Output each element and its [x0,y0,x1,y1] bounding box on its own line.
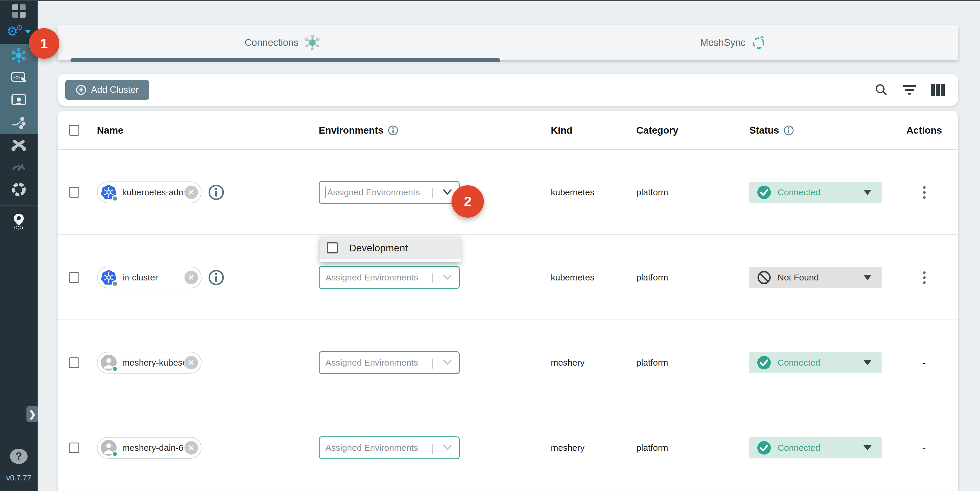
annotation-marker-1: 1 [29,28,59,59]
row-checkbox[interactable] [69,358,79,368]
connection-chip[interactable]: kubernetes-admin… ✕ [97,181,202,203]
remove-connection-icon[interactable]: ✕ [185,356,198,369]
select-divider [433,273,433,283]
row-status-cell: Connected [749,150,881,235]
header-kind[interactable]: Kind [551,111,572,150]
sidebar: ⚙⚙ <> [0,0,38,491]
row-checkbox[interactable] [69,187,79,198]
row-category-cell: platform [636,405,668,490]
row-environments-cell: Assigned Environments Development [319,150,460,235]
status-label: Not Found [778,273,819,283]
extensions-icon [11,181,27,197]
header-category[interactable]: Category [636,111,678,150]
select-all-checkbox[interactable] [69,125,79,136]
dashboard-icon [12,5,25,17]
plus-circle-icon [76,84,86,95]
status-badge[interactable]: Connected [749,182,881,203]
environments-select[interactable]: Assigned Environments [319,351,460,374]
text-cursor [326,186,326,198]
sidebar-expand-button[interactable]: ❯ [26,406,38,422]
adapters-icon: <> [11,71,27,85]
chevron-down-icon[interactable] [443,189,452,197]
sidebar-item-dashboard[interactable] [0,0,38,22]
configuration-icon [11,137,27,153]
columns-icon[interactable] [930,82,945,97]
tab-meshsync[interactable]: MeshSync [508,25,958,60]
info-icon[interactable] [388,125,399,136]
row-actions-cell: - [907,405,942,490]
environments-placeholder: Assigned Environments [326,443,418,453]
filter-icon[interactable] [902,82,917,97]
search-icon[interactable] [873,82,889,97]
status-badge[interactable]: Connected [749,352,881,373]
performance-icon [11,160,27,172]
connection-chip[interactable]: meshery-dain-6 ✕ [97,437,202,459]
row-status-cell: Not Found [749,235,881,320]
add-cluster-button[interactable]: Add Cluster [65,80,149,100]
connections-table: Name Environments Kind Category Status A… [57,111,958,491]
table-toolbar: Add Cluster [57,74,958,106]
chevron-down-icon[interactable] [443,359,452,367]
environments-placeholder: Assigned Environments [327,188,420,197]
connection-name: meshery-kubescop… [117,358,185,368]
sidebar-item-location[interactable] [0,210,38,232]
header-name[interactable]: Name [97,111,123,150]
row-actions-cell: - [907,320,942,405]
no-actions-dash: - [923,357,926,369]
sidebar-item-service-mesh[interactable] [0,111,38,133]
info-icon[interactable] [208,184,224,200]
help-button[interactable]: ? [10,449,28,464]
connection-chip[interactable]: meshery-kubescop… ✕ [97,352,202,373]
status-label: Connected [778,358,820,368]
environment-option-checkbox[interactable] [327,242,338,253]
status-badge[interactable]: Not Found [749,267,881,288]
kebab-menu-icon[interactable] [920,269,929,287]
environments-placeholder: Assigned Environments [326,273,418,283]
sidebar-divider [0,205,38,205]
row-status-cell: Connected [749,405,881,490]
workloads-icon [11,93,27,107]
sidebar-item-workloads[interactable] [0,89,38,111]
environments-placeholder: Assigned Environments [326,358,418,368]
environment-option-label: Development [349,242,408,254]
environments-select[interactable]: Assigned Environments [319,436,460,459]
row-status-cell: Connected [749,320,881,405]
svg-text:<>: <> [14,74,20,80]
info-icon[interactable] [208,269,224,286]
row-checkbox-cell [69,405,79,490]
select-divider [433,188,433,198]
row-name-cell: meshery-kubescop… ✕ [97,320,202,405]
chevron-down-icon[interactable] [443,274,452,281]
status-badge[interactable]: Connected [749,437,881,458]
connection-name: kubernetes-admin… [117,188,185,197]
row-checkbox[interactable] [69,272,79,283]
environment-option[interactable]: Development [320,237,461,259]
info-icon[interactable] [783,125,794,136]
connection-chip[interactable]: in-cluster ✕ [97,267,202,288]
table-header: Name Environments Kind Category Status A… [57,111,958,150]
row-environments-cell: Assigned Environments [319,320,460,405]
status-caret-icon [863,445,872,450]
remove-connection-icon[interactable]: ✕ [185,186,198,199]
table-body: kubernetes-admin… ✕ Assigned Environment… [57,150,958,490]
header-status[interactable]: Status [749,111,794,150]
chevron-down-icon[interactable] [443,444,452,452]
sidebar-item-performance[interactable] [0,155,38,177]
sidebar-item-adapters[interactable]: <> [0,67,38,89]
remove-connection-icon[interactable]: ✕ [185,271,198,284]
remove-connection-icon[interactable]: ✕ [185,441,198,454]
kebab-menu-icon[interactable] [920,183,929,202]
row-checkbox[interactable] [69,443,79,453]
environments-select[interactable]: Assigned Environments Development [319,181,460,204]
lifecycle-gears-icon: ⚙⚙ [6,25,18,38]
not-found-icon [757,270,771,284]
header-environments[interactable]: Environments [319,111,399,150]
tab-connections[interactable]: Connections [57,25,508,60]
environments-select[interactable]: Assigned Environments [319,266,460,289]
row-category-cell: platform [636,320,668,405]
connection-state-dot [111,280,118,287]
sidebar-item-configuration[interactable] [0,134,38,156]
no-actions-dash: - [923,442,926,454]
row-name-cell: in-cluster ✕ [97,235,224,320]
sidebar-item-extensions[interactable] [0,178,38,200]
